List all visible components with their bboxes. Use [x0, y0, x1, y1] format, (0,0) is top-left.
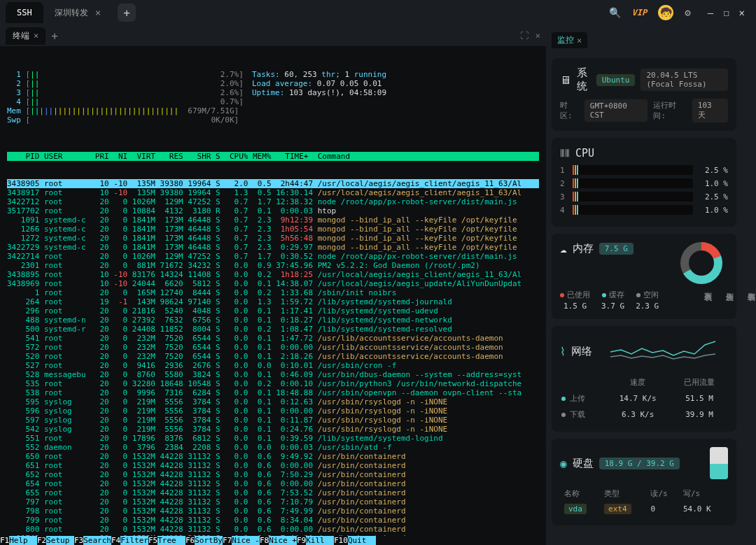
network-chart	[598, 334, 728, 362]
disk-icon: ◉	[560, 457, 567, 470]
os-badge: Ubuntu	[596, 74, 636, 86]
titlebar: SSH 深圳转发 × + 🔍 VIP 🧒 ⚙ — ☐ ✕	[0, 0, 756, 25]
process-row[interactable]: 3422729 systemd-c 20 0 1841M 173M 46448 …	[7, 243, 539, 252]
disk-usage: 18.9 G / 39.2 G	[599, 458, 680, 469]
process-row[interactable]: 488 systemd-n 20 0 27392 7632 6756 S 0.0…	[7, 316, 539, 325]
process-row[interactable]: 655 root 20 0 1532M 44228 31132 S 0.0 0.…	[7, 488, 539, 497]
tab-shenzhen[interactable]: 深圳转发 ×	[43, 1, 112, 24]
process-row[interactable]: 800 root 20 0 1532M 44228 31132 S 0.0 0.…	[7, 525, 539, 534]
process-row[interactable]: 3438905 root 10 -10 135M 39380 19964 S 2…	[7, 179, 539, 188]
cpu-icon: ⦀⦀	[560, 146, 570, 160]
close-all-icon[interactable]: ×	[536, 31, 540, 41]
gear-icon[interactable]: ⚙	[685, 7, 690, 18]
cpu-core-row: 41.0 %	[560, 205, 728, 215]
htop-output[interactable]: 1 [|| 2.7%] 2 [|| 2.0%] 3 [|| 2.6%] 4 [|…	[0, 46, 546, 536]
cloud-icon: ☁	[560, 242, 567, 255]
process-row[interactable]: 1266 systemd-c 20 0 1841M 173M 46448 S 0…	[7, 225, 539, 234]
process-row[interactable]: 541 root 20 0 232M 7520 6544 S 0.0 0.1 1…	[7, 334, 539, 343]
process-row[interactable]: 3517702 root 20 0 10884 4132 3180 R 0.7 …	[7, 206, 539, 215]
process-row[interactable]: 500 systemd-r 20 0 24408 11852 8004 S 0.…	[7, 325, 539, 334]
process-row[interactable]: 542 syslog 20 0 219M 5556 3784 S 0.0 0.1…	[7, 425, 539, 434]
process-row[interactable]: 798 root 20 0 1532M 44228 31132 S 0.0 0.…	[7, 507, 539, 516]
panel-title-text: 网络	[571, 345, 592, 358]
panel-title-text: CPU	[575, 147, 594, 160]
tz-label: 时区:	[560, 100, 579, 121]
cpu-panel: ⦀⦀ CPU 12.5 %21.0 %32.5 %41.0 %	[552, 138, 736, 227]
mem-cache: 3.7 G	[601, 302, 624, 311]
mem-free: 2.3 G	[636, 302, 659, 311]
top-tabs: SSH 深圳转发 × +	[6, 1, 609, 24]
process-row[interactable]: 264 root 19 -1 143M 98624 97140 S 0.0 1.…	[7, 297, 539, 306]
process-row[interactable]: 3422714 root 20 0 1026M 129M 47252 S 0.7…	[7, 252, 539, 261]
close-button[interactable]: ✕	[739, 7, 745, 18]
search-icon[interactable]: 🔍	[609, 7, 621, 18]
process-row[interactable]: 3438895 root 10 -10 83176 14324 11408 S …	[7, 270, 539, 279]
process-row[interactable]: 1091 systemd-c 20 0 1841M 173M 46448 S 0…	[7, 215, 539, 225]
process-row[interactable]: 597 syslog 20 0 219M 5556 3784 S 0.0 0.1…	[7, 416, 539, 425]
process-row[interactable]: 528 messagebu 20 0 8760 5580 3824 S 0.0 …	[7, 370, 539, 379]
panel-title-text: 硬盘	[573, 457, 594, 470]
process-row[interactable]: 535 root 20 0 32280 18648 10548 S 0.0 0.…	[7, 379, 539, 388]
tab-label: 深圳转发	[55, 7, 88, 19]
version-badge: 20.04.5 LTS (Focal Fossa)	[640, 69, 728, 91]
process-row[interactable]: 3438969 root 10 -10 24044 6620 5812 S 0.…	[7, 279, 539, 288]
terminal-tab-label: 终端	[13, 30, 29, 42]
add-terminal-button[interactable]: +	[51, 29, 58, 43]
tab-ssh[interactable]: SSH	[6, 2, 43, 23]
process-row[interactable]: 595 syslog 20 0 219M 5556 3784 S 0.0 0.1…	[7, 397, 539, 406]
cpu-core-row: 32.5 %	[560, 192, 728, 201]
add-tab-button[interactable]: +	[118, 3, 136, 22]
avatar[interactable]: 🧒	[658, 5, 673, 20]
process-row[interactable]: 2301 root 20 0 881M 71672 34232 S 0.0 0.…	[7, 261, 539, 270]
mem-used: 1.5 G	[564, 302, 587, 311]
process-header: PID USER PRI NI VIRT RES SHR S CPU% MEM%…	[7, 152, 539, 161]
process-row[interactable]: 3422712 root 20 0 1026M 129M 47252 S 0.7…	[7, 197, 539, 206]
monitor-tab[interactable]: 监控 ×	[552, 32, 587, 48]
memory-panel: ☁ 内存 7.5 G 已使用 1.5 G 缓存 3.7 G 空闲	[552, 234, 736, 319]
panel-title-text: 内存	[573, 242, 594, 255]
process-row[interactable]: 797 root 20 0 1532M 44228 31132 S 0.0 0.…	[7, 497, 539, 507]
disk-bar	[710, 447, 728, 479]
process-row[interactable]: 551 root 20 0 17896 8376 6812 S 0.0 0.1 …	[7, 434, 539, 443]
disk-panel: ◉ 硬盘 18.9 G / 39.2 G 名称类型读/s写/s vda ext4…	[552, 439, 736, 525]
process-row[interactable]: 799 root 20 0 1532M 44228 31132 S 0.0 0.…	[7, 516, 539, 525]
monitor-sidebar: 监控 × 🖥 系统 Ubuntu 20.04.5 LTS (Focal Foss…	[546, 25, 742, 545]
memory-donut	[680, 242, 722, 284]
expand-icon[interactable]: ⛶	[520, 31, 528, 41]
system-panel: 🖥 系统 Ubuntu 20.04.5 LTS (Focal Fossa) 时区…	[552, 58, 736, 131]
process-row[interactable]: 538 root 20 0 9996 7316 6284 S 0.0 0.1 1…	[7, 388, 539, 397]
process-row[interactable]: 1 root 20 0 165M 12740 8444 S 0.0 0.2 1:…	[7, 288, 539, 297]
process-row[interactable]: 552 daemon 20 0 3796 2384 2208 S 0.0 0.0…	[7, 443, 539, 452]
terminal-area: 终端 × + ⛶ × 1 [|| 2.7%] 2 [|| 2.0%] 3 [||	[0, 25, 546, 545]
terminal-tab[interactable]: 终端 ×	[6, 27, 46, 45]
htop-footer[interactable]: F1Help F2Setup F3SearchF4FilterF5Tree F6…	[0, 536, 546, 545]
cpu-core-row: 21.0 %	[560, 178, 728, 188]
process-row[interactable]: 651 root 20 0 1532M 44228 31132 S 0.0 0.…	[7, 461, 539, 470]
close-icon[interactable]: ×	[577, 36, 582, 45]
minimize-button[interactable]: —	[708, 7, 713, 18]
panel-title-text: 系统	[577, 66, 591, 93]
mem-total: 7.5 G	[599, 243, 634, 255]
process-row[interactable]: 296 root 20 0 21816 5240 4048 S 0.0 0.1 …	[7, 306, 539, 316]
tz-value: GMT+0800 CST	[584, 99, 648, 122]
process-row[interactable]: 652 root 20 0 1532M 44228 31132 S 0.0 0.…	[7, 470, 539, 479]
uptime-label: 运行时间:	[653, 100, 686, 121]
process-row[interactable]: 650 root 20 0 1532M 44228 31132 S 0.0 0.…	[7, 452, 539, 461]
process-row[interactable]: 1272 systemd-c 20 0 1841M 173M 46448 S 0…	[7, 234, 539, 243]
close-icon[interactable]: ×	[95, 7, 101, 18]
network-table: 速度已用流量 上传14.7 K/s51.5 M 下载6.3 K/s39.9 M	[560, 374, 728, 423]
process-row[interactable]: 3438917 root 10 -10 135M 39380 19964 S 1…	[7, 188, 539, 197]
maximize-button[interactable]: ☐	[723, 7, 729, 18]
wifi-icon: ⌇	[560, 345, 566, 358]
process-row[interactable]: 520 root 20 0 232M 7520 6544 S 0.0 0.1 2…	[7, 352, 539, 361]
titlebar-right: 🔍 VIP 🧒 ⚙ — ☐ ✕	[609, 5, 750, 20]
monitor-icon: 🖥	[560, 73, 571, 87]
process-row[interactable]: 527 root 20 0 9416 2936 2676 S 0.0 0.0 0…	[7, 361, 539, 370]
process-row[interactable]: 572 root 20 0 232M 7520 6544 S 0.0 0.1 0…	[7, 343, 539, 352]
terminal-tabs: 终端 × + ⛶ ×	[0, 25, 546, 46]
vip-badge[interactable]: VIP	[632, 8, 648, 17]
cpu-core-row: 12.5 %	[560, 165, 728, 175]
process-row[interactable]: 654 root 20 0 1532M 44228 31132 S 0.0 0.…	[7, 479, 539, 488]
process-row[interactable]: 596 syslog 20 0 219M 5556 3784 S 0.0 0.1…	[7, 406, 539, 416]
close-icon[interactable]: ×	[34, 31, 38, 41]
